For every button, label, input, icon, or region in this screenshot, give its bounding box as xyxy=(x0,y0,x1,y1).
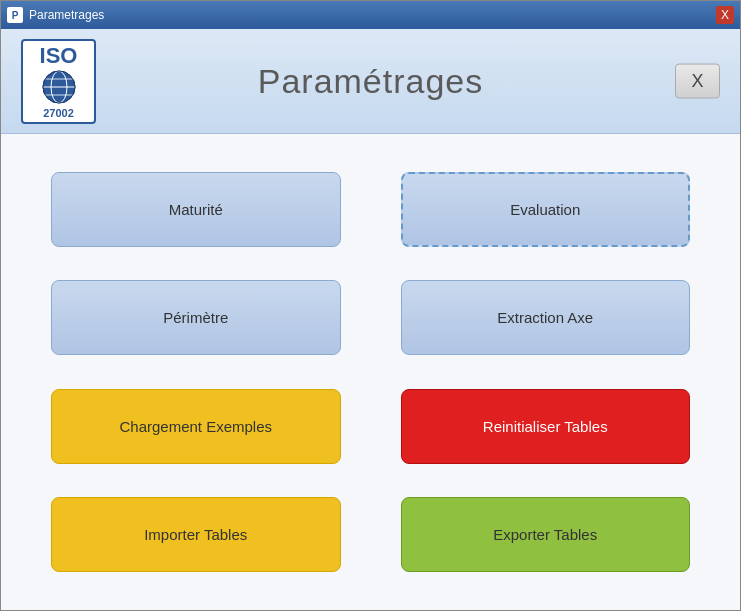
perimetre-button[interactable]: Périmètre xyxy=(51,280,341,355)
title-bar-icon: P xyxy=(7,7,23,23)
main-window: P Parametrages X ISO 27002 Paramétrages … xyxy=(0,0,741,611)
chargement-exemples-button[interactable]: Chargement Exemples xyxy=(51,389,341,464)
reinitialiser-tables-button[interactable]: Reinitialiser Tables xyxy=(401,389,691,464)
maturite-button[interactable]: Maturité xyxy=(51,172,341,247)
iso-logo: ISO 27002 xyxy=(21,39,96,124)
iso-number-label: 27002 xyxy=(43,107,74,119)
header-close-button[interactable]: X xyxy=(675,64,720,99)
content-grid: Maturité Evaluation Périmètre Extraction… xyxy=(1,134,740,610)
evaluation-button[interactable]: Evaluation xyxy=(401,172,691,247)
header: ISO 27002 Paramétrages X xyxy=(1,29,740,134)
title-bar: P Parametrages X xyxy=(1,1,740,29)
title-bar-close-button[interactable]: X xyxy=(716,6,734,24)
exporter-tables-button[interactable]: Exporter Tables xyxy=(401,497,691,572)
extraction-axe-button[interactable]: Extraction Axe xyxy=(401,280,691,355)
iso-label: ISO xyxy=(40,45,78,67)
page-title: Paramétrages xyxy=(258,62,484,101)
importer-tables-button[interactable]: Importer Tables xyxy=(51,497,341,572)
title-bar-text: Parametrages xyxy=(29,8,710,22)
iso-globe-icon xyxy=(41,69,77,105)
